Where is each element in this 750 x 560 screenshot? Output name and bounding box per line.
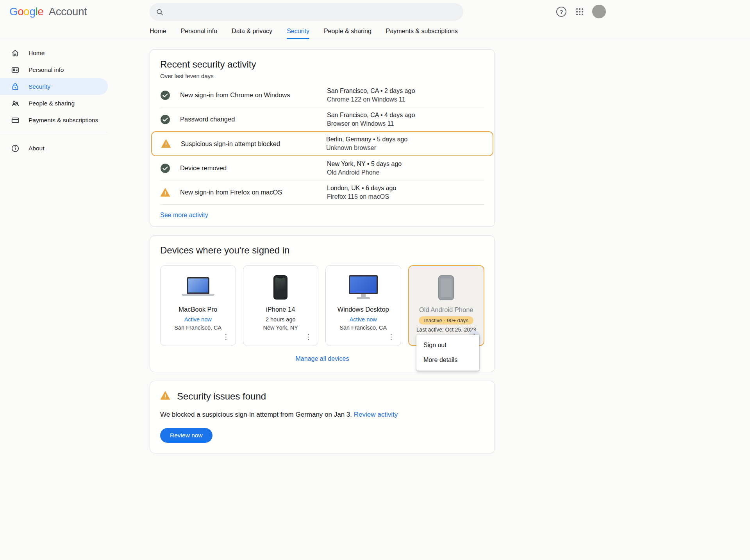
logo-letter: e	[38, 5, 43, 18]
device-name: iPhone 14	[243, 306, 318, 313]
logo-letter: G	[9, 5, 18, 18]
search-input[interactable]	[168, 9, 457, 16]
activity-row: New sign-in from Firefox on macOS London…	[150, 180, 495, 204]
device-kebab-menu-icon[interactable]: ⋮	[385, 331, 398, 343]
warning-triangle-icon	[160, 187, 170, 198]
device-card-macbook-pro[interactable]: MacBook Pro Active now San Francisco, CA…	[160, 265, 236, 346]
tab-payments-subscriptions[interactable]: Payments & subscriptions	[386, 23, 458, 39]
check-circle-icon	[160, 163, 170, 173]
activity-row: New sign-in from Chrome on Windows San F…	[150, 83, 495, 107]
android-phone-icon	[409, 274, 484, 301]
activity-row-label: New sign-in from Chrome on Windows	[180, 91, 327, 99]
search-bar[interactable]	[150, 3, 463, 21]
devices-signed-in-card: Devices where you're signed in MacBook P…	[150, 235, 495, 372]
activity-meta-device: Unknown browser	[326, 144, 484, 152]
sidebar-item-label: About	[29, 145, 45, 152]
activity-meta-location: New York, NY • 5 days ago	[327, 160, 484, 168]
sidebar-item-about[interactable]: About	[0, 140, 108, 157]
device-kebab-menu-icon[interactable]: ⋮	[220, 331, 232, 343]
warning-triangle-icon	[161, 139, 171, 149]
device-status: 2 hours ago	[243, 316, 318, 323]
activity-row-meta: Berlin, Germany • 5 days ago Unknown bro…	[326, 135, 484, 152]
menu-item-more-details[interactable]: More details	[416, 353, 479, 367]
logo-letter: o	[18, 5, 23, 18]
review-activity-link[interactable]: Review activity	[354, 411, 398, 418]
tab-personal-info[interactable]: Personal info	[181, 23, 217, 39]
tab-people-sharing[interactable]: People & sharing	[324, 23, 371, 39]
activity-row-meta: London, UK • 6 days ago Firefox 115 on m…	[327, 184, 484, 201]
row-divider	[160, 204, 484, 205]
device-name: Windows Desktop	[326, 306, 401, 313]
laptop-icon	[161, 274, 236, 301]
activity-card-title: Recent security activity	[160, 59, 484, 70]
top-nav-tabs: Home Personal info Data & privacy Securi…	[150, 23, 458, 39]
sidebar-item-label: Security	[29, 83, 50, 90]
device-context-menu: Sign out More details	[416, 335, 479, 371]
apps-grid-icon	[576, 8, 583, 15]
device-name: Old Android Phone	[409, 306, 484, 314]
activity-meta-device: Chrome 122 on Windows 11	[327, 95, 484, 104]
inactive-badge: Inactive - 90+ days	[419, 316, 473, 325]
lock-icon	[11, 82, 20, 91]
device-name: MacBook Pro	[161, 306, 236, 313]
sidebar-item-people-sharing[interactable]: People & sharing	[0, 95, 108, 112]
security-issues-card: Security issues found We blocked a suspi…	[150, 381, 495, 453]
help-icon: ?	[556, 7, 566, 17]
check-circle-icon	[160, 114, 170, 125]
issues-body-text: We blocked a suspicious sign-in attempt …	[160, 411, 352, 418]
search-icon	[156, 8, 164, 16]
device-card-windows-desktop[interactable]: Windows Desktop Active now San Francisco…	[325, 265, 401, 346]
account-avatar[interactable]	[592, 5, 606, 18]
activity-meta-device: Firefox 115 on macOS	[327, 193, 484, 201]
logo-account-text: Account	[49, 5, 87, 18]
device-card-old-android-phone[interactable]: Old Android Phone Inactive - 90+ days La…	[408, 265, 485, 346]
device-location: New York, NY	[243, 325, 318, 331]
home-icon	[11, 48, 20, 58]
activity-row-label: Device removed	[180, 164, 327, 172]
sidebar: Home Personal info Security People & sha…	[0, 45, 109, 157]
sidebar-item-payments-subscriptions[interactable]: Payments & subscriptions	[0, 112, 108, 128]
google-account-security-page: Google Account ? Home Personal info Data…	[0, 0, 750, 560]
sidebar-item-personal-info[interactable]: Personal info	[0, 61, 108, 78]
desktop-monitor-icon	[326, 274, 401, 301]
device-location: San Francisco, CA	[326, 325, 401, 331]
devices-card-title: Devices where you're signed in	[160, 245, 484, 256]
tab-security[interactable]: Security	[287, 23, 309, 39]
activity-meta-location: San Francisco, CA • 4 days ago	[327, 111, 484, 119]
device-grid: MacBook Pro Active now San Francisco, CA…	[160, 265, 484, 346]
activity-row-label: Suspicious sign-in attempt blocked	[181, 140, 326, 148]
sidebar-item-home[interactable]: Home	[0, 45, 108, 61]
sidebar-item-security[interactable]: Security	[0, 78, 108, 95]
google-account-logo[interactable]: Google Account	[9, 5, 87, 18]
sidebar-item-label: Home	[29, 50, 45, 57]
device-location: San Francisco, CA	[161, 325, 236, 331]
tab-home[interactable]: Home	[150, 23, 166, 39]
logo-letter: o	[23, 5, 29, 18]
activity-meta-device: Browser on Windows 11	[327, 119, 484, 128]
sidebar-item-label: People & sharing	[29, 100, 75, 107]
review-now-button[interactable]: Review now	[160, 428, 212, 443]
people-icon	[11, 99, 20, 108]
activity-meta-device: Old Android Phone	[327, 168, 484, 177]
activity-row-meta: San Francisco, CA • 2 days ago Chrome 12…	[327, 87, 484, 104]
tab-data-privacy[interactable]: Data & privacy	[232, 23, 272, 39]
sidebar-item-label: Personal info	[29, 66, 64, 73]
recent-security-activity-card: Recent security activity Over last feven…	[150, 49, 495, 227]
see-more-activity-link[interactable]: See more activity	[160, 212, 208, 219]
help-button[interactable]: ?	[555, 5, 568, 18]
device-kebab-menu-icon[interactable]: ⋮	[302, 331, 315, 343]
main-content: Recent security activity Over last feven…	[150, 49, 495, 462]
sidebar-item-label: Payments & subscriptions	[29, 117, 98, 124]
id-card-icon	[11, 65, 20, 75]
apps-grid-button[interactable]	[573, 5, 586, 18]
manage-all-devices-link[interactable]: Manage all devices	[296, 355, 349, 362]
sidebar-divider	[0, 134, 108, 134]
info-icon	[11, 144, 20, 153]
google-wordmark: Google	[9, 5, 43, 18]
activity-row-meta: New York, NY • 5 days ago Old Android Ph…	[327, 160, 484, 177]
menu-item-sign-out[interactable]: Sign out	[416, 338, 479, 353]
activity-meta-location: San Francisco, CA • 2 days ago	[327, 87, 484, 95]
header: Google Account ? Home Personal info Data…	[0, 0, 750, 39]
activity-row: Password changed San Francisco, CA • 4 d…	[150, 107, 495, 131]
device-card-iphone-14[interactable]: iPhone 14 2 hours ago New York, NY ⋮	[243, 265, 319, 346]
